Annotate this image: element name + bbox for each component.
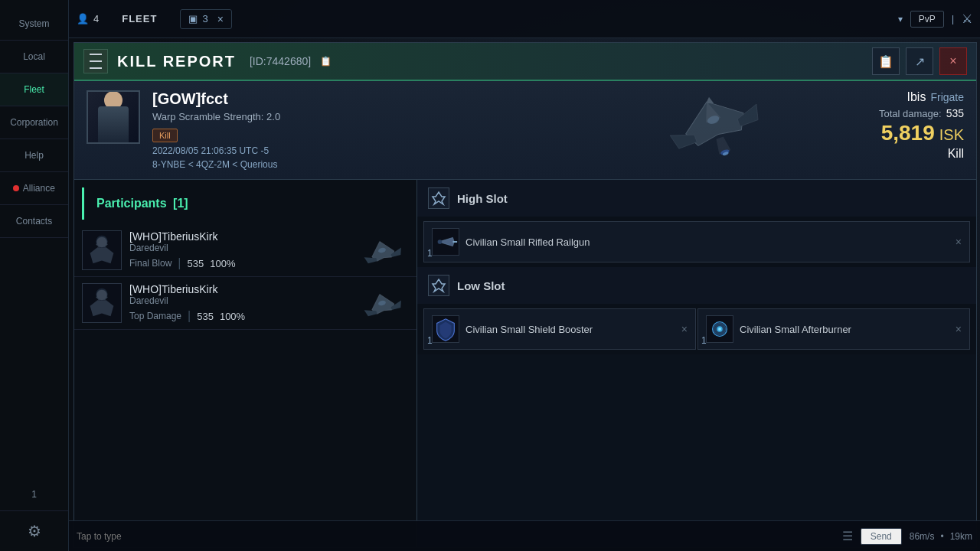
status-bar: 86m/s • 19km bbox=[910, 531, 972, 542]
slot-item-close-afterburner[interactable]: × bbox=[956, 323, 962, 335]
low-slot-icon bbox=[428, 275, 449, 296]
participant-stats-1: Final Blow | 535 100% bbox=[129, 256, 348, 270]
slot-item-name-shield: Civilian Small Shield Booster bbox=[466, 324, 675, 335]
participant-ship-img-1 bbox=[355, 231, 409, 269]
topbar: 👤 4 FLEET ▣ 3 × ▾ PvP | ⚔ bbox=[69, 0, 980, 38]
sidebar-item-fleet[interactable]: Fleet bbox=[0, 73, 68, 106]
panel-title: KILL REPORT bbox=[117, 53, 236, 70]
sidebar-label-fleet: Fleet bbox=[24, 84, 44, 95]
filter-icon[interactable]: ⚔ bbox=[962, 11, 972, 26]
clipboard-icon: 📋 bbox=[878, 54, 893, 69]
svg-point-18 bbox=[718, 328, 721, 331]
participant-name-2: [WHO]TiberiusKirk bbox=[129, 283, 348, 295]
slot-item-name-railgun: Civilian Small Rifled Railgun bbox=[466, 236, 949, 248]
participant-ship-1: Daredevil bbox=[129, 243, 348, 253]
speed-value: 86m/s bbox=[910, 531, 935, 542]
participants-header: Participants [1] bbox=[82, 187, 409, 220]
sidebar-item-help[interactable]: Help bbox=[0, 139, 68, 172]
sidebar-label-help: Help bbox=[24, 150, 44, 161]
sidebar-item-corporation[interactable]: Corporation bbox=[0, 106, 68, 139]
panel-actions: 📋 ↗ × bbox=[872, 47, 967, 75]
sidebar-count: 1 bbox=[0, 478, 68, 511]
kill-stats: Ibis Frigate Total damage: 535 5,819 ISK… bbox=[826, 90, 964, 170]
tab-count: 3 bbox=[202, 13, 207, 24]
close-button[interactable]: × bbox=[939, 47, 967, 75]
fleet-label: FLEET bbox=[122, 13, 157, 24]
participant-row-2[interactable]: [WHO]TiberiusKirk Daredevil Top Damage |… bbox=[74, 277, 416, 330]
high-slot-icon bbox=[428, 187, 449, 209]
slot-item-icon-railgun bbox=[432, 228, 459, 256]
slot-item-name-afterburner: Civilian Small Afterburner bbox=[740, 324, 949, 335]
low-slot-header: Low Slot bbox=[417, 267, 976, 304]
clipboard-button[interactable]: 📋 bbox=[872, 47, 900, 75]
svg-point-11 bbox=[438, 240, 443, 244]
kill-ship-name: Ibis bbox=[907, 90, 926, 104]
sidebar-label-corporation: Corporation bbox=[10, 117, 58, 128]
bottom-bar: ☰ Send 86m/s • 19km bbox=[69, 520, 980, 551]
low-slot-items: 1 Civilian Small Shield Booster × 1 bbox=[417, 304, 976, 354]
user-count: 4 bbox=[93, 13, 99, 24]
participant-avatar-1 bbox=[82, 230, 122, 270]
kill-result-label: Kill bbox=[948, 147, 964, 161]
sidebar-item-alliance[interactable]: Alliance bbox=[0, 172, 68, 205]
export-button[interactable]: ↗ bbox=[906, 47, 933, 75]
slot-item-shield[interactable]: 1 Civilian Small Shield Booster × bbox=[423, 308, 696, 350]
pvp-badge: PvP bbox=[910, 11, 944, 28]
slot-item-railgun[interactable]: 1 Civilian Small Rifled Railgun × bbox=[423, 221, 970, 262]
sidebar-bottom: 1 ⚙ bbox=[0, 478, 68, 551]
send-button[interactable]: Send bbox=[861, 528, 902, 545]
content-area: Participants [1] [WHO]TiberiusKirk bbox=[74, 180, 976, 547]
chat-input[interactable] bbox=[77, 531, 835, 542]
menu-button[interactable] bbox=[83, 49, 108, 73]
main-panel: KILL REPORT [ID:7442680] 📋 📋 ↗ × bbox=[74, 42, 977, 548]
slot-item-qty-afterburner: 1 bbox=[701, 335, 707, 346]
gear-icon: ⚙ bbox=[28, 523, 41, 540]
participant-ship-2: Daredevil bbox=[129, 295, 348, 306]
participants-title: Participants [1] bbox=[96, 197, 188, 210]
svg-marker-9 bbox=[433, 192, 445, 204]
participant-percent-2: 100% bbox=[220, 311, 245, 322]
participant-damage-2: 535 bbox=[197, 311, 214, 322]
user-icon: 👤 bbox=[77, 13, 89, 24]
tab-windows[interactable]: ▣ 3 × bbox=[180, 9, 231, 29]
participant-ship-img-2 bbox=[355, 284, 409, 322]
user-info: 👤 4 bbox=[77, 13, 99, 24]
panel-id: [ID:7442680] bbox=[250, 55, 311, 67]
hamburger-icon bbox=[90, 67, 102, 69]
kill-isk-unit: ISK bbox=[939, 126, 964, 144]
kill-isk-value: 5,819 bbox=[881, 122, 935, 144]
svg-marker-12 bbox=[433, 279, 445, 292]
panel-header: KILL REPORT [ID:7442680] 📋 📋 ↗ × bbox=[74, 43, 976, 81]
slot-item-close-shield[interactable]: × bbox=[681, 323, 688, 335]
sidebar-label-system: System bbox=[18, 18, 49, 29]
slot-item-afterburner[interactable]: 1 Civilian Small Afterburner bbox=[697, 308, 970, 350]
sidebar-label-contacts: Contacts bbox=[16, 216, 52, 227]
sidebar-item-system[interactable]: System bbox=[0, 8, 68, 41]
sidebar-label-alliance: Alliance bbox=[23, 183, 55, 194]
separator: | bbox=[952, 14, 954, 24]
notification-dot bbox=[13, 185, 19, 191]
kill-badge: Kill bbox=[152, 129, 178, 142]
window-icon: ▣ bbox=[188, 13, 198, 24]
participant-row[interactable]: [WHO]TiberiusKirk Daredevil Final Blow |… bbox=[74, 224, 416, 277]
participants-panel: Participants [1] [WHO]TiberiusKirk bbox=[74, 180, 417, 547]
slot-item-qty-shield: 1 bbox=[427, 335, 433, 346]
tab-close-button[interactable]: × bbox=[217, 13, 224, 25]
settings-button[interactable]: ⚙ bbox=[0, 511, 68, 551]
participants-title-text: Participants bbox=[96, 197, 167, 210]
high-slot-title: High Slot bbox=[457, 192, 508, 205]
chat-menu-button[interactable]: ☰ bbox=[842, 529, 853, 543]
sidebar-item-local[interactable]: Local bbox=[0, 41, 68, 73]
participant-label-2: Top Damage bbox=[129, 311, 181, 321]
dropdown-icon[interactable]: ▾ bbox=[898, 14, 903, 24]
participant-info-1: [WHO]TiberiusKirk Daredevil Final Blow |… bbox=[129, 230, 348, 270]
sidebar-item-contacts[interactable]: Contacts bbox=[0, 205, 68, 238]
slot-item-icon-shield bbox=[432, 315, 459, 343]
hamburger-icon bbox=[90, 54, 102, 55]
slot-item-close-railgun[interactable]: × bbox=[956, 236, 962, 248]
hamburger-icon bbox=[90, 60, 102, 62]
copy-id-button[interactable]: 📋 bbox=[320, 56, 332, 67]
sidebar-label-local: Local bbox=[23, 51, 45, 62]
export-icon: ↗ bbox=[915, 54, 925, 69]
participant-avatar-2 bbox=[82, 283, 122, 323]
